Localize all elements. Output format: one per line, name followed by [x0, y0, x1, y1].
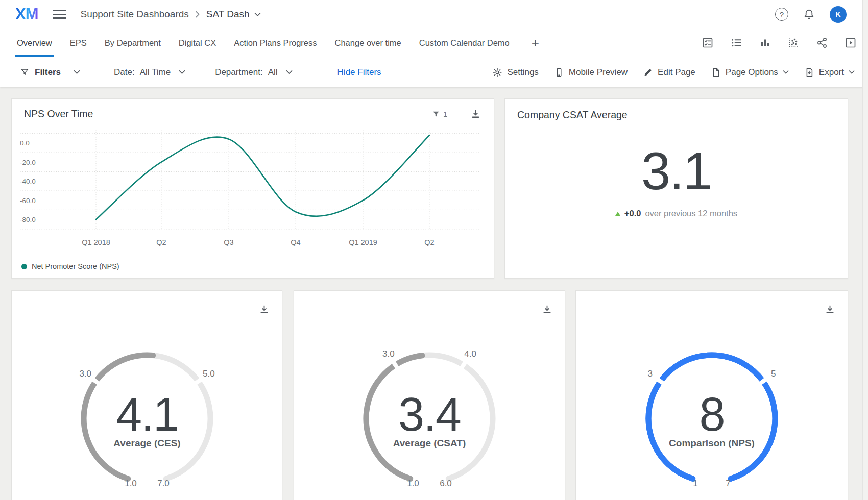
top-bar: XM Support Site Dashboards SAT Dash ?: [0, 0, 868, 29]
scatter-plot-icon[interactable]: [787, 37, 800, 49]
svg-text:8: 8: [699, 388, 724, 440]
add-page-button[interactable]: +: [532, 29, 539, 57]
widget-gauge-nps-comparison: 35178Comparison (NPS): [575, 290, 848, 500]
xm-logo[interactable]: XM: [15, 5, 38, 23]
dashboard-canvas: NPS Over Time 1 0.0-20.0-40.0-60.0-80.0Q…: [0, 87, 868, 500]
svg-text:5: 5: [771, 369, 776, 379]
widget-download-button[interactable]: [258, 304, 270, 315]
svg-text:3.0: 3.0: [382, 349, 395, 359]
bar-chart-icon[interactable]: [759, 37, 771, 49]
widget-company-csat-average: Company CSAT Average 3.1 +0.0 over previ…: [504, 98, 848, 279]
svg-text:0.0: 0.0: [20, 139, 30, 147]
svg-text:Q4: Q4: [291, 238, 300, 246]
page-tab-bar: Overview EPS By Department Digital CX Ac…: [0, 29, 868, 57]
tab-digital-cx[interactable]: Digital CX: [179, 29, 216, 57]
widget-nps-over-time: NPS Over Time 1 0.0-20.0-40.0-60.0-80.0Q…: [11, 98, 494, 279]
breadcrumb-parent[interactable]: Support Site Dashboards: [81, 9, 189, 20]
tab-overview[interactable]: Overview: [17, 29, 52, 57]
widget-gauge-csat: 3.04.01.06.03.4Average (CSAT): [294, 290, 565, 500]
widget-filter-indicator[interactable]: 1: [432, 110, 447, 118]
widget-title: Company CSAT Average: [517, 109, 628, 121]
nps-comparison-gauge-chart: 35178Comparison (NPS): [628, 342, 796, 500]
hamburger-menu-icon[interactable]: [52, 8, 67, 21]
checklist-icon[interactable]: [702, 37, 714, 49]
mobile-preview-button[interactable]: Mobile Preview: [554, 67, 628, 78]
ces-gauge-chart: 3.05.01.07.04.1Average (CES): [63, 342, 231, 500]
svg-text:7: 7: [726, 479, 730, 488]
widget-download-button[interactable]: [824, 304, 836, 315]
chevron-down-icon: [783, 70, 789, 74]
svg-text:Q2: Q2: [424, 238, 434, 246]
download-icon: [541, 304, 553, 315]
widget-download-button[interactable]: [470, 108, 481, 120]
svg-text:1.0: 1.0: [125, 479, 137, 488]
widget-download-button[interactable]: [541, 304, 553, 315]
widget-title: NPS Over Time: [24, 108, 93, 120]
export-icon: [804, 67, 814, 78]
bell-icon[interactable]: [803, 8, 815, 21]
breadcrumb-current[interactable]: SAT Dash: [206, 9, 261, 20]
svg-text:Q1 2019: Q1 2019: [349, 238, 377, 246]
filters-dropdown[interactable]: Filters: [20, 67, 80, 78]
tab-by-department[interactable]: By Department: [105, 29, 161, 57]
play-box-icon[interactable]: [845, 37, 857, 49]
hide-filters-link[interactable]: Hide Filters: [337, 67, 381, 78]
page-options-button[interactable]: Page Options: [711, 67, 789, 78]
svg-text:-60.0: -60.0: [20, 197, 36, 205]
svg-text:-40.0: -40.0: [20, 178, 36, 185]
tab-action-plans-progress[interactable]: Action Plans Progress: [234, 29, 317, 57]
svg-text:6.0: 6.0: [440, 479, 452, 488]
vertical-scrollbar[interactable]: [862, 0, 868, 500]
dashboard-app: XM Support Site Dashboards SAT Dash ?: [0, 0, 868, 500]
mobile-icon: [554, 67, 564, 78]
nps-line-chart: 0.0-20.0-40.0-60.0-80.0Q1 2018Q2Q3Q4Q1 2…: [12, 129, 495, 251]
date-filter[interactable]: Date: All Time: [114, 67, 185, 78]
svg-text:Q2: Q2: [156, 238, 166, 246]
filter-count: 1: [443, 110, 447, 118]
chevron-down-icon: [74, 70, 80, 74]
export-button[interactable]: Export: [804, 67, 855, 78]
csat-delta-row: +0.0 over previous 12 months: [505, 209, 848, 218]
download-icon: [258, 304, 270, 315]
gear-icon: [492, 67, 502, 78]
csat-average-value: 3.1: [505, 145, 848, 197]
svg-text:Q1 2018: Q1 2018: [82, 238, 110, 246]
filter-toolbar: Filters Date: All Time Department: All H…: [0, 57, 868, 87]
outline-list-icon[interactable]: [730, 37, 742, 49]
svg-text:3.4: 3.4: [398, 388, 461, 440]
legend-label: Net Promoter Score (NPS): [32, 262, 119, 270]
funnel-filled-icon: [432, 110, 440, 118]
delta-value: +0.0: [624, 209, 641, 218]
pencil-icon: [643, 67, 653, 78]
svg-text:Comparison (NPS): Comparison (NPS): [669, 438, 755, 448]
svg-text:7.0: 7.0: [157, 479, 170, 488]
download-icon: [470, 108, 481, 120]
chevron-down-icon: [254, 12, 261, 17]
svg-text:Average (CES): Average (CES): [113, 438, 180, 448]
share-icon[interactable]: [816, 37, 828, 49]
tab-custom-calendar-demo[interactable]: Custom Calendar Demo: [419, 29, 510, 57]
svg-text:3: 3: [647, 369, 652, 379]
tab-eps[interactable]: EPS: [70, 29, 87, 57]
avatar[interactable]: K: [830, 6, 847, 23]
delta-suffix: over previous 12 months: [645, 209, 737, 218]
svg-text:5.0: 5.0: [202, 369, 214, 379]
svg-text:3.0: 3.0: [79, 369, 91, 379]
svg-text:Q3: Q3: [224, 238, 233, 246]
triangle-up-icon: [615, 212, 620, 216]
download-icon: [824, 304, 836, 315]
csat-gauge-chart: 3.04.01.06.03.4Average (CSAT): [345, 342, 514, 500]
widget-gauge-ces: 3.05.01.07.04.1Average (CES): [11, 290, 282, 500]
chevron-down-icon: [849, 70, 855, 74]
svg-text:-80.0: -80.0: [20, 216, 36, 223]
chart-legend[interactable]: Net Promoter Score (NPS): [21, 262, 119, 270]
tab-change-over-time[interactable]: Change over time: [335, 29, 401, 57]
help-icon[interactable]: ?: [775, 8, 788, 21]
funnel-icon: [20, 68, 29, 77]
settings-button[interactable]: Settings: [492, 67, 538, 78]
department-filter[interactable]: Department: All: [215, 67, 292, 78]
svg-text:4.0: 4.0: [464, 349, 476, 359]
svg-text:4.1: 4.1: [116, 388, 178, 440]
svg-text:-20.0: -20.0: [20, 159, 36, 166]
edit-page-button[interactable]: Edit Page: [643, 67, 695, 78]
